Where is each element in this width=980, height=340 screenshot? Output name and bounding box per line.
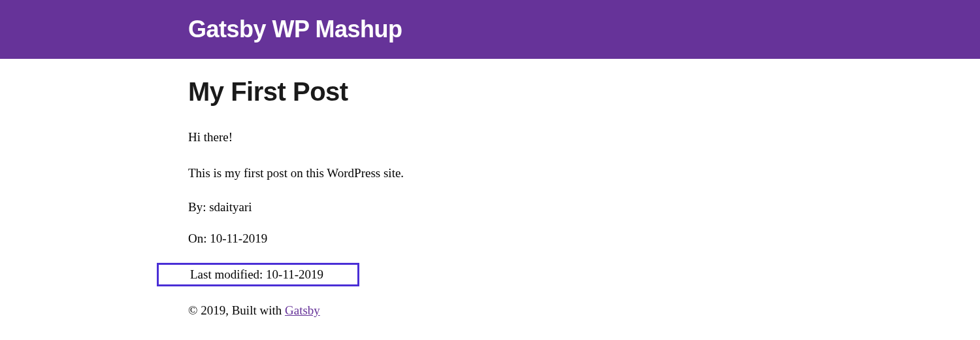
post-author: By: sdaityari	[188, 200, 789, 214]
modified-label: Last modified:	[190, 267, 266, 281]
site-title[interactable]: Gatsby WP Mashup	[188, 16, 789, 43]
modified-value: 10-11-2019	[266, 267, 323, 281]
date-label: On:	[188, 231, 210, 245]
author-name: sdaityari	[209, 200, 252, 214]
post-body: Hi there! This is my first post on this …	[188, 129, 789, 182]
site-header: Gatsby WP Mashup	[0, 0, 980, 59]
post-date: On: 10-11-2019	[188, 231, 789, 246]
post-paragraph: This is my first post on this WordPress …	[188, 165, 789, 182]
date-value: 10-11-2019	[210, 231, 267, 245]
main-content: My First Post Hi there! This is my first…	[175, 59, 802, 318]
gatsby-link[interactable]: Gatsby	[285, 303, 320, 317]
copyright-text: © 2019, Built with	[188, 303, 285, 317]
post-paragraph: Hi there!	[188, 129, 789, 146]
author-label: By:	[188, 200, 209, 214]
post-title: My First Post	[188, 77, 789, 107]
footer: © 2019, Built with Gatsby	[188, 303, 789, 318]
post-modified: Last modified: 10-11-2019	[190, 267, 323, 282]
highlight-annotation: Last modified: 10-11-2019	[157, 263, 359, 286]
